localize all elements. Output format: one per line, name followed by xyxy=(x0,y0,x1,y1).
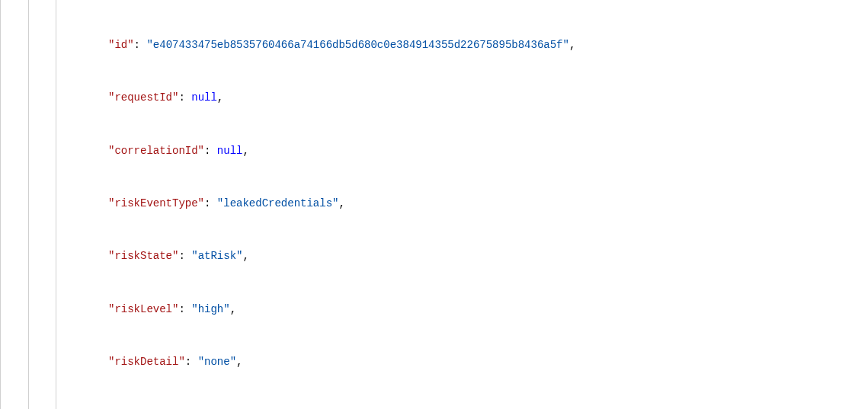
json-key: "requestId" xyxy=(108,91,178,104)
json-value: null xyxy=(217,145,243,157)
json-key: "id" xyxy=(108,39,134,51)
json-value: "e407433475eb8535760466a74166db5d680c0e3… xyxy=(146,39,569,51)
json-key: "riskLevel" xyxy=(108,303,178,315)
line-gutter xyxy=(0,0,56,409)
json-value: "leakedCredentials" xyxy=(217,197,339,209)
json-value: "atRisk" xyxy=(191,250,242,262)
json-value: null xyxy=(191,91,217,104)
json-value: "high" xyxy=(191,303,229,315)
json-key: "riskState" xyxy=(108,250,178,262)
json-code-block: "id": "e407433475eb8535760466a74166db5d6… xyxy=(0,0,868,409)
json-key: "riskEventType" xyxy=(108,197,204,209)
json-value: "none" xyxy=(198,356,236,368)
code-content: "id": "e407433475eb8535760466a74166db5d6… xyxy=(56,0,755,409)
json-key: "correlationId" xyxy=(108,145,204,157)
json-key: "riskDetail" xyxy=(108,356,185,368)
